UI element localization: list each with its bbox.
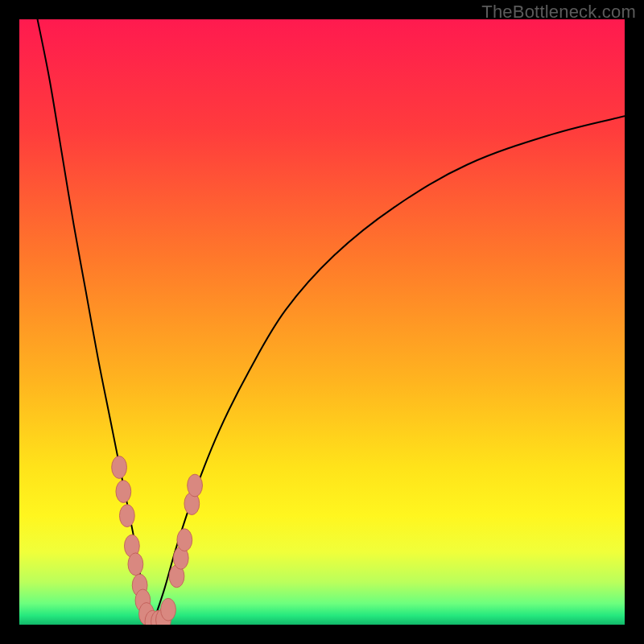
chart-svg <box>19 19 625 625</box>
sample-marker <box>119 505 134 527</box>
outer-frame: TheBottleneck.com <box>0 0 644 644</box>
sample-marker <box>116 481 131 503</box>
sample-marker <box>112 456 127 479</box>
curve-right-branch <box>152 116 625 625</box>
watermark-text: TheBottleneck.com <box>481 2 636 23</box>
marker-group <box>112 456 203 625</box>
plot-area <box>19 19 625 625</box>
curve-left-branch <box>38 19 153 625</box>
sample-marker <box>128 553 143 576</box>
sample-marker <box>161 598 176 621</box>
sample-marker <box>177 529 192 551</box>
sample-marker <box>188 474 203 497</box>
